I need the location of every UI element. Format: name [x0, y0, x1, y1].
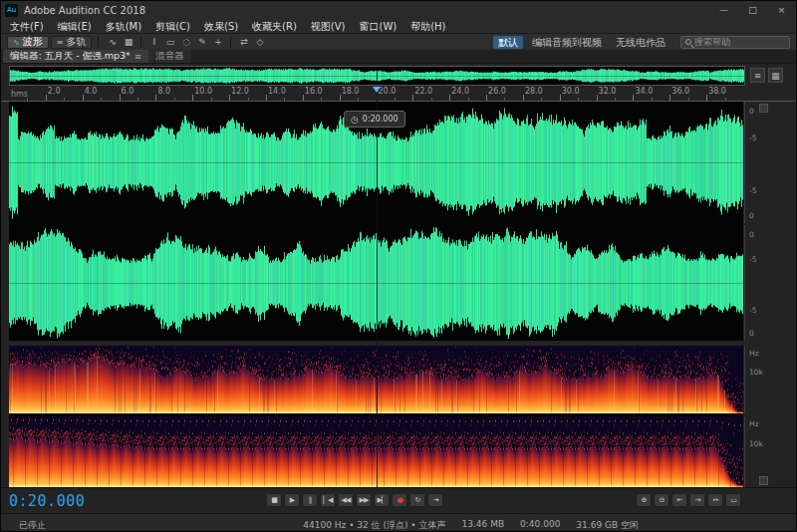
minor-tick [688, 98, 689, 101]
playhead-hud[interactable]: ◷ 0:20.000 [344, 111, 405, 128]
panel-tab-bar: 编辑器: 五月天 - 倔强.mp3* ≡ 混音器 [1, 50, 796, 64]
frequency-ruler-ch1: Hz10k [744, 346, 771, 413]
menu-item[interactable]: 效果(S) [197, 19, 245, 34]
zoom-controls: ⊕⊖⇤⇥↔▭ [636, 493, 741, 507]
show-waveform-icon[interactable]: ∿ [105, 36, 120, 49]
zoom-selection-button[interactable]: ↔ [707, 493, 723, 507]
titlebar: Au Adobe Audition CC 2018 — □ × [1, 1, 796, 19]
maximize-button[interactable]: □ [738, 1, 767, 19]
ruler-label: 18.0 [342, 87, 360, 96]
mixer-tab-label: 混音器 [155, 50, 184, 63]
time-display[interactable]: 0:20.000 [9, 492, 85, 510]
play-button[interactable]: ▶ [284, 493, 300, 507]
minimize-button[interactable]: — [709, 1, 738, 19]
minor-tick [504, 98, 505, 101]
ruler-label: 36.0 [671, 87, 689, 96]
rewind-button[interactable]: ◀◀ [338, 493, 354, 507]
ruler-label: 2.0 [48, 87, 61, 96]
toolbar-separator [98, 37, 99, 48]
time-selection-tool[interactable]: I [146, 36, 161, 49]
ruler-label: 4.0 [85, 87, 98, 96]
minor-tick [725, 98, 726, 101]
minor-tick [431, 98, 432, 101]
menu-item[interactable]: 帮助(H) [403, 19, 452, 34]
lasso-selection-tool[interactable]: ◌ [178, 36, 193, 49]
minor-tick [395, 98, 396, 101]
zoom-in-point-button[interactable]: ⇤ [671, 493, 687, 507]
zoom-out-point-button[interactable]: ⇥ [689, 493, 705, 507]
amplitude-label: 0 [749, 107, 754, 116]
editor-tab[interactable]: 编辑器: 五月天 - 倔强.mp3* ≡ [3, 50, 148, 63]
minor-tick [468, 98, 469, 101]
waveform-view-button[interactable]: ∿ 波形 [7, 36, 49, 49]
ruler-label: 34.0 [635, 87, 653, 96]
mixer-tab[interactable]: 混音器 [148, 50, 191, 63]
fast-forward-button[interactable]: ▶▶ [356, 493, 372, 507]
ruler-label: 26.0 [488, 87, 506, 96]
marquee-selection-tool[interactable]: ▭ [162, 36, 177, 49]
minor-tick [284, 98, 285, 101]
slip-tool[interactable]: ⇄ [236, 36, 251, 49]
menu-item[interactable]: 收藏夹(R) [245, 19, 304, 34]
amplitude-ruler-ch1: 0-5-50 [744, 102, 771, 223]
editor-tab-label: 编辑器: 五月天 - 倔强.mp3* [10, 50, 131, 63]
stop-button[interactable]: ■ [266, 493, 282, 507]
workspace-default[interactable]: 默认 [493, 36, 523, 49]
major-tick: 36.0 [669, 95, 670, 101]
workspace-edit-audio-to-video[interactable]: 编辑音频到视频 [527, 36, 607, 49]
minor-tick [358, 98, 359, 101]
skip-selection-button[interactable]: ⇥ [427, 493, 443, 507]
workspace-radio[interactable]: 无线电作品 [611, 36, 670, 49]
panel-menu-icon[interactable]: ≡ [134, 52, 142, 62]
major-tick: 28.0 [523, 95, 524, 101]
search-input[interactable] [694, 37, 785, 47]
menu-item[interactable]: 多轨(M) [99, 19, 148, 34]
major-tick: 8.0 [155, 95, 156, 101]
tool-group: ∿▦I▭◌✎+⇄◇ [105, 36, 267, 49]
pause-button[interactable]: ‖ [302, 493, 318, 507]
menu-item[interactable]: 视图(V) [304, 19, 353, 34]
status-bar: 已停止 44100 Hz • 32 位 (浮点) • 立体声 13.46 MB … [1, 513, 796, 532]
spot-healing-brush-tool[interactable]: + [210, 36, 225, 49]
multitrack-icon: ≡ [57, 38, 64, 47]
record-button[interactable]: ● [392, 493, 407, 507]
zoom-in-button[interactable]: ⊕ [636, 493, 652, 507]
timeline-ruler[interactable]: hms 2.04.06.08.010.012.014.016.018.020.0… [1, 87, 796, 102]
move-to-previous-button[interactable]: ▏◀ [320, 493, 336, 507]
hud-time: 0:20.000 [363, 115, 398, 124]
minor-tick [248, 98, 249, 101]
vertical-zoom-bottom-button[interactable] [759, 476, 768, 485]
minor-tick [174, 98, 175, 101]
major-tick: 12.0 [229, 95, 230, 101]
major-tick: 30.0 [560, 95, 561, 101]
workspace-switcher: 默认编辑音频到视频无线电作品 [493, 36, 670, 49]
menu-item[interactable]: 窗口(W) [353, 19, 404, 34]
multitrack-view-label: 多轨 [66, 35, 86, 49]
toolbar-separator [140, 37, 141, 48]
amplitude-ruler-ch2: 0-5-50 [744, 225, 771, 341]
menu-item[interactable]: 文件(F) [3, 19, 51, 34]
major-tick: 38.0 [706, 95, 707, 101]
show-spectral-display-icon[interactable]: ▦ [121, 36, 135, 49]
loop-playback-button[interactable]: ↻ [409, 493, 425, 507]
minor-tick [137, 98, 138, 101]
vertical-zoom-top-button[interactable] [759, 104, 768, 113]
status-info-group: 44100 Hz • 32 位 (浮点) • 立体声 13.46 MB 0:40… [303, 519, 639, 532]
menu-item[interactable]: 编辑(E) [51, 19, 99, 34]
ruler-label: 24.0 [451, 87, 469, 96]
overview-grid-icon[interactable]: ▦ [768, 68, 783, 83]
zoom-out-button[interactable]: ⊖ [654, 493, 669, 507]
multitrack-view-button[interactable]: ≡ 多轨 [51, 36, 93, 49]
close-button[interactable]: × [767, 1, 796, 19]
playhead-marker[interactable] [373, 87, 381, 93]
major-tick: 32.0 [597, 95, 598, 101]
ruler-label: 32.0 [599, 87, 617, 96]
razor-tool[interactable]: ◇ [252, 36, 267, 49]
menu-item[interactable]: 剪辑(C) [148, 19, 197, 34]
paintbrush-selection-tool[interactable]: ✎ [194, 36, 209, 49]
playhead-line[interactable] [377, 87, 378, 487]
zoom-full-button[interactable]: ▭ [725, 493, 741, 507]
move-to-next-button[interactable]: ▶▏ [374, 493, 390, 507]
search-box[interactable] [680, 36, 790, 49]
overview-menu-icon[interactable]: ≡ [750, 68, 765, 83]
